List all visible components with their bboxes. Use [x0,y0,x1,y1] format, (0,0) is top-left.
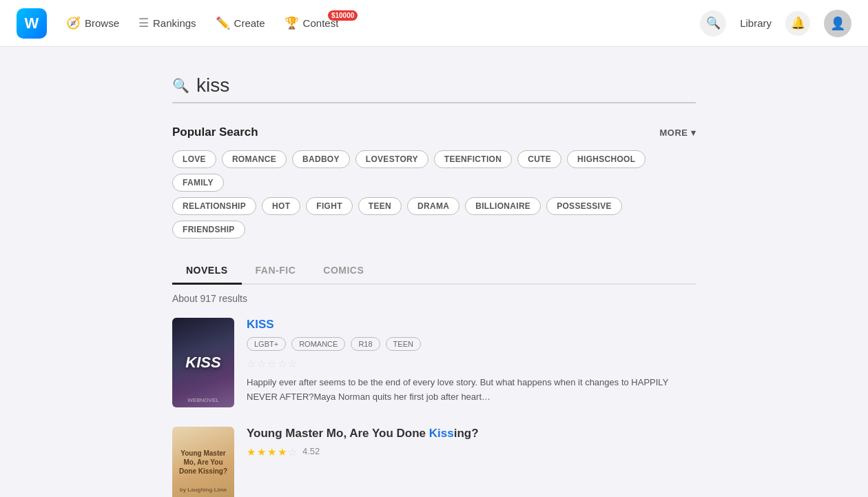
star-5: ☆ [288,358,297,370]
search-icon: 🔍 [706,16,721,30]
star-2: ★ [257,446,266,458]
nav-contest[interactable]: 🏆 Contest $10000 [285,16,339,30]
star-3: ★ [267,446,276,458]
tag-love[interactable]: LOVE [172,150,216,168]
nav-right: 🔍 Library 🔔 👤 [700,10,851,37]
book-item-2: Young Master Mo, Are You Done Kissing?by… [172,427,696,497]
tag-cute[interactable]: CUTE [517,150,561,168]
book-stars-kiss: ☆ ☆ ☆ ☆ ☆ [247,358,696,370]
book-cover-title: KISS [185,354,220,371]
book-title-youngmaster[interactable]: Young Master Mo, Are You Done Kissing? [247,427,696,440]
book-cover-kiss[interactable]: KISS WEBNOVEL [172,318,234,407]
tag-highschool[interactable]: HIGHSCHOOL [567,150,645,168]
tab-comics[interactable]: COMICS [309,258,378,285]
book-info-kiss: KISS LGBT+ ROMANCE R18 TEEN ☆ ☆ ☆ ☆ ☆ Ha… [247,318,696,405]
rating-value: 4.52 [302,446,320,458]
more-button[interactable]: MORE ▾ [660,128,696,138]
tag-family[interactable]: FAMILY [172,174,224,192]
nav-rankings[interactable]: ☰ Rankings [138,16,196,30]
book-title-highlight: Kiss [429,427,454,440]
search-input[interactable] [196,74,696,97]
pencil-icon: ✏️ [216,16,230,30]
contest-badge: $10000 [328,10,358,21]
search-bar: 🔍 [172,74,696,103]
nav-create[interactable]: ✏️ Create [216,16,265,30]
tab-novels[interactable]: NOVELS [172,258,242,285]
navbar: W 🧭 Browse ☰ Rankings ✏️ Create 🏆 Contes… [0,0,868,47]
tag-friendship[interactable]: FRIENDSHIP [172,221,245,239]
tags-row-2: RELATIONSHIP HOT FIGHT TEEN DRAMA BILLIO… [172,197,696,239]
notifications-button[interactable]: 🔔 [785,11,810,36]
book-item: KISS WEBNOVEL KISS LGBT+ ROMANCE R18 TEE… [172,318,696,407]
popular-search-section: Popular Search MORE ▾ LOVE ROMANCE BADBO… [172,125,696,239]
book-tag-romance[interactable]: ROMANCE [291,337,345,351]
results-count: About 917 results [172,293,696,304]
star-5: ☆ [288,446,297,458]
book-desc-kiss: Happily ever after seems to be the end o… [247,376,696,405]
user-avatar[interactable]: 👤 [824,10,851,37]
book-stars-youngmaster: ★ ★ ★ ★ ☆ 4.52 [247,446,696,458]
search-bar-icon: 🔍 [172,77,189,94]
star-1: ☆ [247,358,256,370]
tags-row-1: LOVE ROMANCE BADBOY LOVESTORY TEENFICTIO… [172,150,696,192]
star-4: ☆ [278,358,287,370]
logo[interactable]: W [17,8,47,39]
tag-teenfiction[interactable]: TEENFICTION [434,150,512,168]
book-info-youngmaster: Young Master Mo, Are You Done Kissing? ★… [247,427,696,464]
book-tag-teen[interactable]: TEEN [386,337,421,351]
trophy-icon: 🏆 [285,16,299,30]
search-button[interactable]: 🔍 [700,10,726,37]
book-cover-youngmaster[interactable]: Young Master Mo, Are You Done Kissing?by… [172,427,234,497]
tag-romance[interactable]: ROMANCE [222,150,287,168]
book-tag-lgbt[interactable]: LGBT+ [247,337,286,351]
tag-possessive[interactable]: POSSESSIVE [546,197,622,215]
content-tabs: NOVELS FAN-FIC COMICS [172,258,696,285]
tag-billionaire[interactable]: BILLIONAIRE [465,197,541,215]
avatar-image: 👤 [830,16,845,31]
tag-badboy[interactable]: BADBOY [292,150,350,168]
book-title-kiss[interactable]: KISS [247,318,696,332]
tag-hot[interactable]: HOT [262,197,300,215]
main-content: 🔍 Popular Search MORE ▾ LOVE ROMANCE BAD… [158,47,710,497]
star-4: ★ [278,446,287,458]
popular-title: Popular Search [172,125,258,139]
compass-icon: 🧭 [66,16,81,30]
library-link[interactable]: Library [740,17,772,29]
chevron-down-icon: ▾ [691,128,696,138]
bell-icon: 🔔 [791,16,805,30]
book-tag-r18[interactable]: R18 [351,337,380,351]
nav-browse[interactable]: 🧭 Browse [66,16,119,30]
nav-items: 🧭 Browse ☰ Rankings ✏️ Create 🏆 Contest … [66,16,681,30]
tag-drama[interactable]: DRAMA [407,197,459,215]
tab-fanfic[interactable]: FAN-FIC [242,258,310,285]
tag-lovestory[interactable]: LOVESTORY [355,150,428,168]
tag-relationship[interactable]: RELATIONSHIP [172,197,256,215]
book-cover-youngmaster-title: Young Master Mo, Are You Done Kissing?by… [172,443,234,497]
star-3: ☆ [267,358,276,370]
tag-fight[interactable]: FIGHT [306,197,353,215]
popular-header: Popular Search MORE ▾ [172,125,696,139]
tag-teen[interactable]: TEEN [358,197,402,215]
list-icon: ☰ [138,16,149,30]
book-tags-kiss: LGBT+ ROMANCE R18 TEEN [247,337,696,351]
book-title-prefix: Young Master Mo, Are You Done [247,427,429,440]
book-cover-sub: WEBNOVEL [172,397,234,403]
star-2: ☆ [257,358,266,370]
star-1: ★ [247,446,256,458]
book-title-suffix: ing? [454,427,479,440]
